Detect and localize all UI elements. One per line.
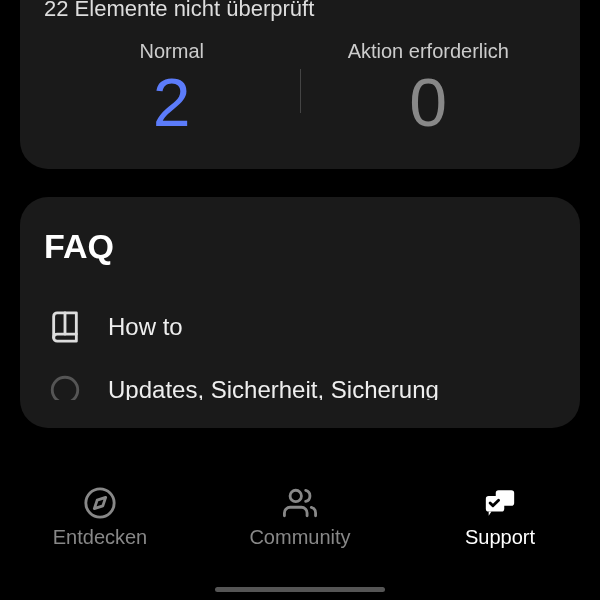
status-action-label: Aktion erforderlich: [301, 40, 557, 63]
status-action-value: 0: [301, 63, 557, 141]
faq-item-howto[interactable]: How to: [44, 292, 556, 362]
nav-label: Entdecken: [53, 526, 148, 549]
svg-point-2: [86, 489, 114, 517]
nav-community[interactable]: Community: [200, 486, 400, 549]
chat-check-icon: [483, 486, 517, 520]
faq-item-updates[interactable]: Updates, Sicherheit, Sicherung: [44, 362, 556, 400]
status-normal[interactable]: Normal 2: [44, 40, 300, 141]
faq-item-label: How to: [108, 313, 183, 341]
status-normal-value: 2: [44, 63, 300, 141]
book-icon: [48, 310, 82, 344]
nav-support[interactable]: Support: [400, 486, 600, 549]
nav-label: Community: [249, 526, 350, 549]
nav-label: Support: [465, 526, 535, 549]
compass-icon: [83, 486, 117, 520]
status-counts: Normal 2 Aktion erforderlich 0: [44, 40, 556, 141]
bottom-nav: Entdecken Community Support: [0, 472, 600, 600]
faq-item-label: Updates, Sicherheit, Sicherung: [108, 376, 439, 400]
faq-card: FAQ How to Updates, Sicherheit, Sicherun…: [20, 197, 580, 428]
status-action[interactable]: Aktion erforderlich 0: [301, 40, 557, 141]
faq-title: FAQ: [44, 227, 556, 266]
nav-discover[interactable]: Entdecken: [0, 486, 200, 549]
people-icon: [283, 486, 317, 520]
svg-point-4: [290, 490, 301, 501]
status-subtitle: 22 Elemente nicht überprüft: [44, 0, 556, 22]
status-normal-label: Normal: [44, 40, 300, 63]
svg-point-1: [52, 377, 78, 400]
status-card: 22 Elemente nicht überprüft Normal 2 Akt…: [20, 0, 580, 169]
shield-icon: [48, 373, 82, 400]
svg-marker-3: [94, 497, 105, 508]
